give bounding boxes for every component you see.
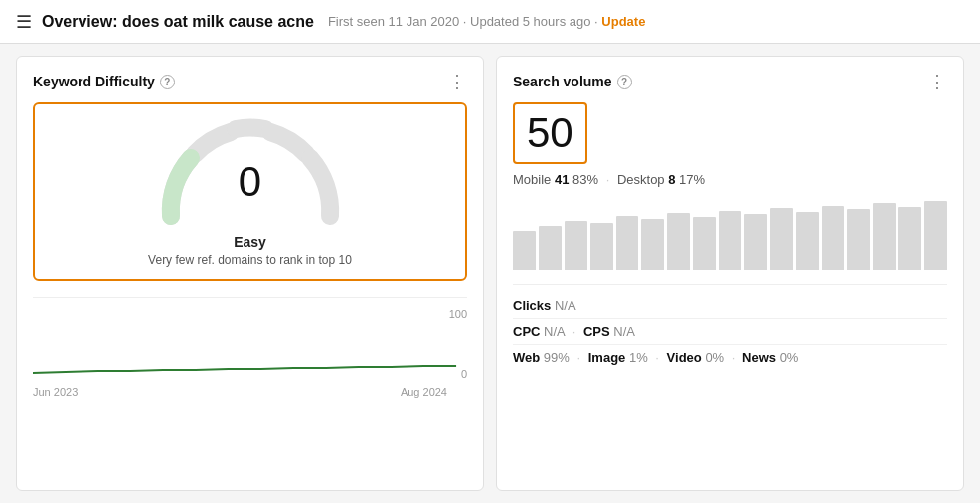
sv-video-value: 0% [705, 350, 724, 365]
sv-dot-1: · [606, 172, 613, 187]
sv-bar-item [641, 219, 664, 270]
sv-web-label: Web [513, 350, 540, 365]
sv-mobile-label: Mobile [513, 172, 555, 187]
kd-value: 0 [239, 158, 261, 206]
page-header: ☰ Overview: does oat milk cause acne Fir… [0, 0, 980, 44]
update-button[interactable]: Update [601, 14, 645, 29]
kd-line-chart [33, 308, 467, 380]
separator-1: · [463, 14, 470, 29]
sv-bar-item [744, 214, 767, 270]
sv-clicks-label: Clicks [513, 298, 551, 313]
sv-bar-item [616, 216, 639, 270]
sv-bar-item [822, 206, 845, 270]
kd-card-header: Keyword Difficulty ? ⋮ [33, 73, 467, 90]
sv-desktop-pct-val: 17% [679, 172, 705, 187]
sv-news-value: 0% [780, 350, 799, 365]
kd-sublabel: Very few ref. domains to rank in top 10 [148, 253, 352, 267]
sv-cpc-row: CPC N/A · CPS N/A [513, 319, 947, 345]
sv-bar-item [539, 226, 562, 270]
sv-cpc-label: CPC [513, 324, 540, 339]
sv-bar-item [513, 231, 536, 270]
sv-clicks-row: Clicks N/A [513, 293, 947, 319]
sv-cps-value: N/A [613, 324, 635, 339]
sv-desktop-label: Desktop [617, 172, 668, 187]
kd-more-icon[interactable]: ⋮ [448, 73, 467, 90]
sv-dot-3: · [577, 350, 584, 365]
sv-card-title: Search volume ? [513, 74, 632, 89]
gauge-wrapper: 0 [151, 116, 350, 226]
sv-image-label: Image [588, 350, 626, 365]
sv-bar-item [590, 223, 613, 270]
sv-bar-item [719, 211, 741, 270]
page-title: Overview: does oat milk cause acne [42, 13, 314, 31]
kd-chart-xmin: Jun 2023 [33, 386, 78, 398]
sv-bar-item [565, 221, 587, 270]
kd-chart-area: 100 0 Jun 2023 Aug 2024 [33, 308, 467, 398]
sv-dot-5: · [732, 350, 738, 365]
sv-breakdown: Mobile 41 83% · Desktop 8 17% [513, 172, 947, 187]
sv-bar-item [924, 201, 947, 270]
kd-divider [33, 297, 467, 298]
sv-bar-item [796, 212, 819, 270]
kd-title-text: Keyword Difficulty [33, 74, 155, 89]
first-seen-text: First seen 11 Jan 2020 [328, 14, 459, 29]
sv-mobile-value: 41 [555, 172, 569, 187]
sv-image-value: 1% [629, 350, 648, 365]
header-meta: First seen 11 Jan 2020 · Updated 5 hours… [328, 14, 645, 29]
sv-cpc-value: N/A [544, 324, 565, 339]
search-volume-card: Search volume ? ⋮ 50 Mobile 41 83% · Des… [496, 56, 964, 491]
sv-bars-container [513, 201, 947, 270]
sv-value-box: 50 [513, 102, 587, 164]
sv-cps-label: CPS [583, 324, 610, 339]
sv-bar-item [873, 203, 896, 270]
sv-dot-4: · [655, 350, 662, 365]
sv-web-value: 99% [544, 350, 570, 365]
kd-chart-ymax: 100 [449, 308, 467, 320]
sv-bar-item [847, 209, 870, 270]
main-content: Keyword Difficulty ? ⋮ 0 [0, 44, 980, 503]
kd-card-title: Keyword Difficulty ? [33, 74, 175, 89]
menu-icon[interactable]: ☰ [16, 11, 32, 33]
sv-help-icon[interactable]: ? [617, 75, 632, 89]
sv-bar-chart [513, 201, 947, 270]
kd-gauge-container: 0 Easy Very few ref. domains to rank in … [33, 102, 467, 281]
sv-value: 50 [527, 110, 573, 156]
kd-chart-ymin: 0 [461, 368, 467, 380]
sv-bar-item [898, 207, 921, 270]
sv-clicks-value: N/A [555, 298, 576, 313]
sv-news-label: News [742, 350, 776, 365]
sv-video-label: Video [667, 350, 702, 365]
sv-bar-item [667, 213, 690, 270]
sv-divider-1 [513, 284, 947, 285]
sv-card-header: Search volume ? ⋮ [513, 73, 947, 90]
updated-text: Updated 5 hours ago [470, 14, 590, 29]
sv-more-icon[interactable]: ⋮ [928, 73, 947, 90]
kd-chart-xmax: Aug 2024 [401, 386, 447, 398]
sv-desktop-value: 8 [668, 172, 675, 187]
sv-title-text: Search volume [513, 74, 612, 89]
keyword-difficulty-card: Keyword Difficulty ? ⋮ 0 [16, 56, 484, 491]
sv-bar-item [693, 217, 716, 270]
sv-dot-2: · [572, 324, 579, 339]
sv-type-row: Web 99% · Image 1% · Video 0% · News 0% [513, 345, 947, 370]
kd-help-icon[interactable]: ? [160, 75, 175, 89]
kd-label: Easy [234, 234, 266, 250]
sv-bar-item [770, 208, 793, 270]
sv-mobile-pct-val: 83% [572, 172, 598, 187]
